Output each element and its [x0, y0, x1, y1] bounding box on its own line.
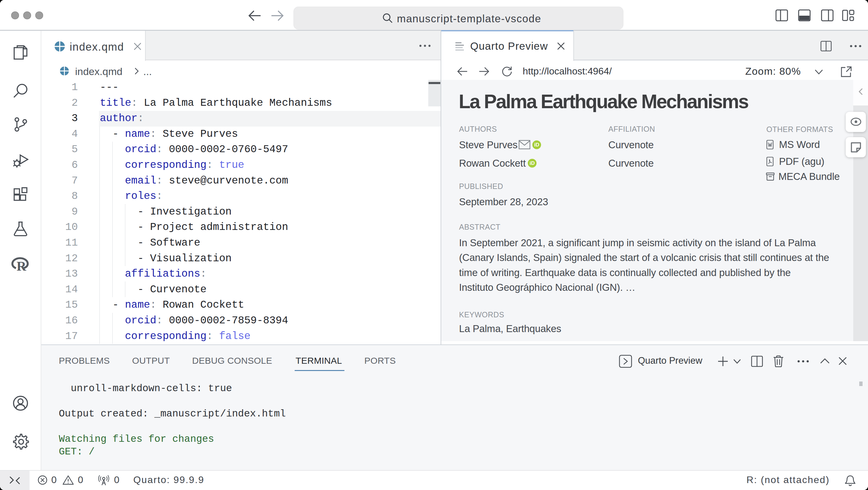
svg-text:R: R: [17, 259, 27, 272]
